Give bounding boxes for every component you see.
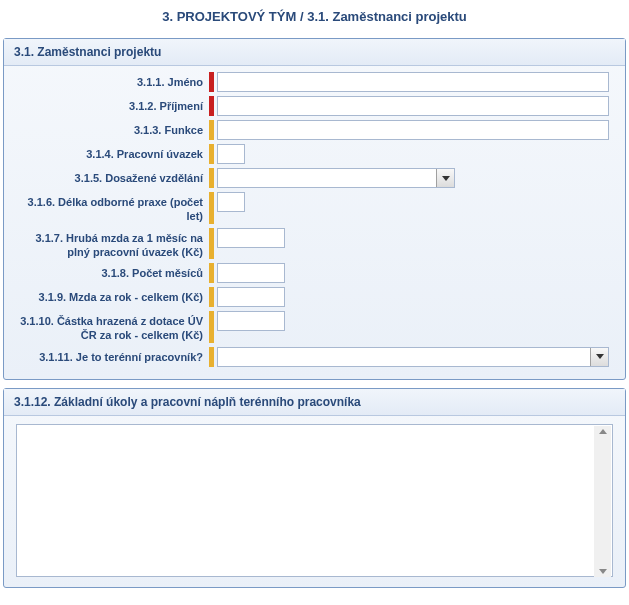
- label-castka-dotace: 3.1.10. Částka hrazená z dotace ÚV ČR za…: [14, 311, 209, 343]
- select-vzdelani[interactable]: [217, 168, 455, 188]
- optional-marker: [209, 168, 214, 188]
- label-terenni: 3.1.11. Je to terénní pracovník?: [14, 347, 209, 364]
- required-marker: [209, 72, 214, 92]
- input-prijmeni[interactable]: [217, 96, 609, 116]
- panel-zamestnanci: 3.1. Zaměstnanci projektu 3.1.1. Jméno 3…: [3, 38, 626, 380]
- input-mzda-rok[interactable]: [217, 287, 285, 307]
- input-uvazek[interactable]: [217, 144, 245, 164]
- chevron-down-icon[interactable]: [436, 169, 454, 187]
- optional-marker: [209, 347, 214, 367]
- panel-ukoly: 3.1.12. Základní úkoly a pracovní náplň …: [3, 388, 626, 588]
- label-funkce: 3.1.3. Funkce: [14, 120, 209, 137]
- optional-marker: [209, 311, 214, 343]
- page-title: 3. PROJEKTOVÝ TÝM / 3.1. Zaměstnanci pro…: [3, 3, 626, 38]
- input-funkce[interactable]: [217, 120, 609, 140]
- input-castka-dotace[interactable]: [217, 311, 285, 331]
- label-mzda-rok: 3.1.9. Mzda za rok - celkem (Kč): [14, 287, 209, 304]
- label-jmeno: 3.1.1. Jméno: [14, 72, 209, 89]
- chevron-down-icon[interactable]: [590, 348, 608, 366]
- optional-marker: [209, 228, 214, 260]
- label-mzda-mesic: 3.1.7. Hrubá mzda za 1 měsíc na plný pra…: [14, 228, 209, 260]
- textarea-ukoly[interactable]: [16, 424, 613, 577]
- optional-marker: [209, 120, 214, 140]
- input-pocet-mesicu[interactable]: [217, 263, 285, 283]
- select-terenni[interactable]: [217, 347, 609, 367]
- input-praxe[interactable]: [217, 192, 245, 212]
- optional-marker: [209, 287, 214, 307]
- panel-header-ukoly: 3.1.12. Základní úkoly a pracovní náplň …: [4, 389, 625, 416]
- required-marker: [209, 96, 214, 116]
- label-vzdelani: 3.1.5. Dosažené vzdělání: [14, 168, 209, 185]
- label-pocet-mesicu: 3.1.8. Počet měsíců: [14, 263, 209, 280]
- panel-header-zamestnanci: 3.1. Zaměstnanci projektu: [4, 39, 625, 66]
- input-mzda-mesic[interactable]: [217, 228, 285, 248]
- label-prijmeni: 3.1.2. Příjmení: [14, 96, 209, 113]
- label-uvazek: 3.1.4. Pracovní úvazek: [14, 144, 209, 161]
- optional-marker: [209, 263, 214, 283]
- optional-marker: [209, 192, 214, 224]
- optional-marker: [209, 144, 214, 164]
- input-jmeno[interactable]: [217, 72, 609, 92]
- label-praxe: 3.1.6. Délka odborné praxe (počet let): [14, 192, 209, 224]
